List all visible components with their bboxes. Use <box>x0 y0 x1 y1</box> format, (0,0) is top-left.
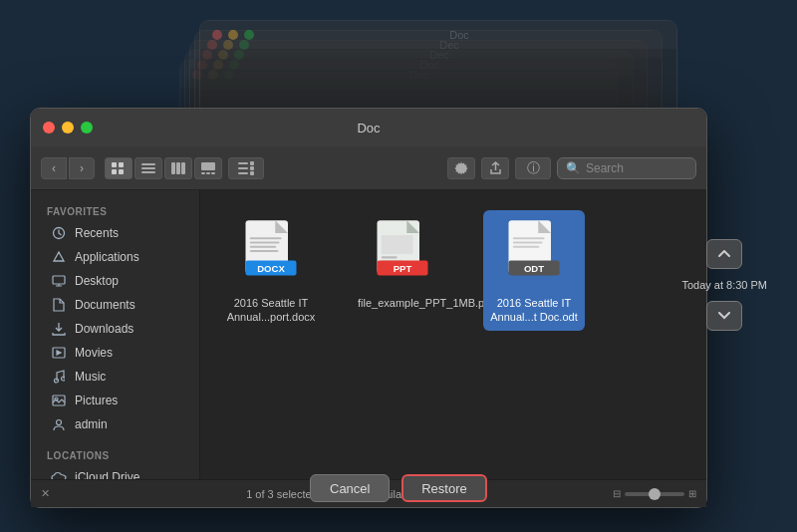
finder-window: Doc ‹ › <box>30 108 707 508</box>
svg-rect-36 <box>250 246 277 248</box>
svg-rect-9 <box>181 162 185 174</box>
sidebar-item-label-desktop: Desktop <box>75 274 119 288</box>
sidebar-item-label-pictures: Pictures <box>75 394 118 407</box>
svg-rect-5 <box>141 167 155 169</box>
view-icon-button[interactable] <box>105 157 133 179</box>
svg-rect-19 <box>250 171 254 175</box>
sidebar-item-recents[interactable]: Recents <box>35 221 195 245</box>
search-bar[interactable]: 🔍 <box>557 157 696 179</box>
sidebar-item-desktop[interactable]: Desktop <box>35 269 195 293</box>
sidebar-item-label-music: Music <box>75 370 106 384</box>
close-button[interactable] <box>43 122 55 133</box>
view-gallery-button[interactable] <box>194 157 222 179</box>
svg-rect-7 <box>171 162 175 174</box>
svg-rect-10 <box>201 162 215 170</box>
file-icon-docx: DOCX <box>241 216 301 288</box>
view-buttons <box>105 157 222 179</box>
time-label: Today at 8:30 PM <box>681 279 767 291</box>
svg-rect-49 <box>513 246 540 248</box>
svg-rect-4 <box>141 163 155 165</box>
file-icon-odt: ODT <box>504 216 564 288</box>
search-icon: 🔍 <box>566 161 581 175</box>
svg-rect-35 <box>250 241 280 243</box>
svg-rect-12 <box>206 172 210 174</box>
navigation-buttons: ‹ › <box>41 157 95 179</box>
svg-rect-8 <box>176 162 180 174</box>
svg-text:DOCX: DOCX <box>257 263 285 274</box>
svg-rect-34 <box>250 237 282 239</box>
downloads-icon <box>51 321 67 337</box>
file-item-docx[interactable]: DOCX 2016 Seattle IT Annual...port.docx <box>220 210 322 331</box>
applications-icon <box>51 249 67 265</box>
sidebar-item-label-admin: admin <box>75 417 108 431</box>
svg-rect-48 <box>513 241 543 243</box>
locations-section-label: Locations <box>31 444 199 465</box>
sidebar-item-pictures[interactable]: Pictures <box>35 389 195 412</box>
cancel-button[interactable]: Cancel <box>310 474 390 502</box>
sidebar-item-music[interactable]: Music <box>35 365 195 389</box>
file-name-ppt: file_example_PPT_1MB.ppt <box>358 296 447 310</box>
file-name-odt: 2016 Seattle IT Annual...t Doc.odt <box>489 296 579 325</box>
desktop-icon <box>51 273 67 289</box>
sidebar-item-label-documents: Documents <box>75 298 135 312</box>
sidebar-item-documents[interactable]: Documents <box>35 293 195 317</box>
group-by-button[interactable] <box>228 157 264 179</box>
window-controls <box>43 122 93 133</box>
sidebar: Favorites Recents Application <box>31 190 200 479</box>
file-item-ppt[interactable]: PPT file_example_PPT_1MB.ppt <box>352 210 453 316</box>
maximize-button[interactable] <box>81 122 93 133</box>
restore-button[interactable]: Restore <box>401 474 487 502</box>
content-area: Favorites Recents Application <box>31 190 706 479</box>
bottom-buttons: Cancel Restore <box>0 474 797 502</box>
back-button[interactable]: ‹ <box>41 157 67 179</box>
movies-icon <box>51 345 67 361</box>
svg-rect-47 <box>513 237 545 239</box>
minimize-button[interactable] <box>62 122 74 133</box>
svg-rect-17 <box>250 166 254 170</box>
action-gear-button[interactable] <box>447 157 475 179</box>
svg-rect-11 <box>201 172 205 174</box>
svg-rect-2 <box>112 169 117 174</box>
forward-button[interactable]: › <box>69 157 95 179</box>
sidebar-item-label-applications: Applications <box>75 250 139 264</box>
svg-rect-6 <box>141 171 155 173</box>
svg-rect-14 <box>238 162 248 164</box>
documents-icon <box>51 297 67 313</box>
sidebar-item-downloads[interactable]: Downloads <box>35 317 195 341</box>
file-area: DOCX 2016 Seattle IT Annual...port.docx <box>200 190 706 479</box>
favorites-section-label: Favorites <box>31 200 199 221</box>
svg-rect-13 <box>211 172 215 174</box>
view-column-button[interactable] <box>164 157 192 179</box>
info-button[interactable]: ⓘ <box>515 157 551 179</box>
admin-icon <box>51 416 67 432</box>
share-button[interactable] <box>481 157 509 179</box>
svg-text:ODT: ODT <box>524 263 544 274</box>
file-name-docx: 2016 Seattle IT Annual...port.docx <box>226 296 316 325</box>
svg-rect-18 <box>238 172 248 174</box>
svg-rect-1 <box>119 162 124 167</box>
tm-down-button[interactable] <box>706 301 742 331</box>
sidebar-item-movies[interactable]: Movies <box>35 341 195 365</box>
view-list-button[interactable] <box>134 157 162 179</box>
window-title: Doc <box>357 121 380 135</box>
sidebar-item-admin[interactable]: admin <box>35 412 195 436</box>
file-item-odt[interactable]: ODT 2016 Seattle IT Annual...t Doc.odt <box>483 210 585 331</box>
svg-rect-23 <box>53 276 65 284</box>
recents-icon <box>51 225 67 241</box>
search-input[interactable] <box>586 161 687 175</box>
svg-rect-15 <box>250 161 254 165</box>
music-icon <box>51 369 67 385</box>
sidebar-item-label-recents: Recents <box>75 226 119 240</box>
svg-rect-37 <box>250 250 279 252</box>
svg-rect-0 <box>112 162 117 167</box>
time-machine-panel: Today at 8:30 PM <box>681 239 767 331</box>
sidebar-item-applications[interactable]: Applications <box>35 245 195 269</box>
pictures-icon <box>51 393 67 408</box>
svg-rect-41 <box>382 235 413 254</box>
tm-up-button[interactable] <box>706 239 742 269</box>
titlebar: Doc <box>31 109 706 146</box>
toolbar: ‹ › <box>31 146 706 190</box>
sidebar-item-label-downloads: Downloads <box>75 322 133 336</box>
bg-win-title-1: Doc <box>449 29 469 41</box>
sidebar-item-label-movies: Movies <box>75 346 113 360</box>
